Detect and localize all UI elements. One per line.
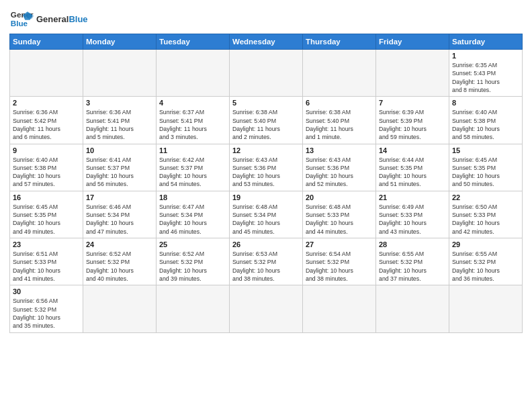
day-info: Sunrise: 6:38 AM Sunset: 5:40 PM Dayligh… <box>306 108 373 141</box>
calendar-cell <box>83 50 157 97</box>
day-info: Sunrise: 6:37 AM Sunset: 5:41 PM Dayligh… <box>159 108 226 141</box>
day-number: 24 <box>86 240 153 248</box>
calendar-cell: 23Sunrise: 6:51 AM Sunset: 5:33 PM Dayli… <box>10 238 83 285</box>
calendar-cell: 24Sunrise: 6:52 AM Sunset: 5:32 PM Dayli… <box>83 238 157 285</box>
day-info: Sunrise: 6:55 AM Sunset: 5:32 PM Dayligh… <box>379 250 446 283</box>
day-number: 11 <box>159 146 226 154</box>
calendar-header-tuesday: Tuesday <box>157 34 230 50</box>
calendar-header-thursday: Thursday <box>303 34 376 50</box>
calendar-cell: 4Sunrise: 6:37 AM Sunset: 5:41 PM Daylig… <box>157 97 230 144</box>
day-info: Sunrise: 6:42 AM Sunset: 5:37 PM Dayligh… <box>159 156 226 189</box>
day-number: 6 <box>306 99 373 107</box>
calendar-week-row: 16Sunrise: 6:45 AM Sunset: 5:35 PM Dayli… <box>10 191 523 238</box>
calendar-header-saturday: Saturday <box>449 34 523 50</box>
calendar-cell: 30Sunrise: 6:56 AM Sunset: 5:32 PM Dayli… <box>10 285 83 332</box>
calendar-week-row: 1Sunrise: 6:35 AM Sunset: 5:43 PM Daylig… <box>10 50 523 97</box>
day-number: 9 <box>13 146 80 154</box>
day-number: 5 <box>232 99 300 107</box>
calendar-cell <box>303 285 376 332</box>
calendar-cell: 7Sunrise: 6:39 AM Sunset: 5:39 PM Daylig… <box>376 97 449 144</box>
day-info: Sunrise: 6:40 AM Sunset: 5:38 PM Dayligh… <box>13 156 80 189</box>
day-number: 22 <box>452 193 519 201</box>
day-info: Sunrise: 6:36 AM Sunset: 5:42 PM Dayligh… <box>13 108 80 141</box>
logo-text: GeneralBlue <box>36 14 88 24</box>
calendar-week-row: 2Sunrise: 6:36 AM Sunset: 5:42 PM Daylig… <box>10 97 523 144</box>
calendar-cell: 20Sunrise: 6:48 AM Sunset: 5:33 PM Dayli… <box>303 191 376 238</box>
calendar-cell <box>83 285 157 332</box>
day-info: Sunrise: 6:43 AM Sunset: 5:36 PM Dayligh… <box>306 156 373 189</box>
calendar-header-monday: Monday <box>83 34 157 50</box>
day-number: 16 <box>13 193 80 201</box>
day-number: 18 <box>159 193 226 201</box>
day-info: Sunrise: 6:48 AM Sunset: 5:34 PM Dayligh… <box>232 203 300 236</box>
day-number: 27 <box>306 240 373 248</box>
calendar-cell: 15Sunrise: 6:45 AM Sunset: 5:35 PM Dayli… <box>449 144 523 191</box>
page: General Blue GeneralBlue SundayMondayTue… <box>0 0 532 337</box>
day-info: Sunrise: 6:43 AM Sunset: 5:36 PM Dayligh… <box>232 156 300 189</box>
day-number: 1 <box>452 52 519 60</box>
day-number: 29 <box>452 240 519 248</box>
calendar-header-wednesday: Wednesday <box>230 34 303 50</box>
calendar-cell: 8Sunrise: 6:40 AM Sunset: 5:38 PM Daylig… <box>449 97 523 144</box>
day-number: 4 <box>159 99 226 107</box>
calendar-cell: 28Sunrise: 6:55 AM Sunset: 5:32 PM Dayli… <box>376 238 449 285</box>
day-number: 8 <box>452 99 519 107</box>
calendar-week-row: 23Sunrise: 6:51 AM Sunset: 5:33 PM Dayli… <box>10 238 523 285</box>
day-number: 20 <box>306 193 373 201</box>
day-info: Sunrise: 6:49 AM Sunset: 5:33 PM Dayligh… <box>379 203 446 236</box>
calendar-cell <box>449 285 523 332</box>
day-info: Sunrise: 6:46 AM Sunset: 5:34 PM Dayligh… <box>86 203 153 236</box>
calendar-table: SundayMondayTuesdayWednesdayThursdayFrid… <box>9 34 523 333</box>
day-number: 13 <box>306 146 373 154</box>
calendar-cell: 14Sunrise: 6:44 AM Sunset: 5:35 PM Dayli… <box>376 144 449 191</box>
calendar-cell: 26Sunrise: 6:53 AM Sunset: 5:32 PM Dayli… <box>230 238 303 285</box>
day-info: Sunrise: 6:56 AM Sunset: 5:32 PM Dayligh… <box>13 297 80 330</box>
day-info: Sunrise: 6:39 AM Sunset: 5:39 PM Dayligh… <box>379 108 446 141</box>
calendar-cell: 29Sunrise: 6:55 AM Sunset: 5:32 PM Dayli… <box>449 238 523 285</box>
calendar-week-row: 9Sunrise: 6:40 AM Sunset: 5:38 PM Daylig… <box>10 144 523 191</box>
day-number: 14 <box>379 146 446 154</box>
calendar-cell <box>376 50 449 97</box>
calendar-cell: 22Sunrise: 6:50 AM Sunset: 5:33 PM Dayli… <box>449 191 523 238</box>
calendar-cell <box>376 285 449 332</box>
calendar-cell: 13Sunrise: 6:43 AM Sunset: 5:36 PM Dayli… <box>303 144 376 191</box>
day-info: Sunrise: 6:44 AM Sunset: 5:35 PM Dayligh… <box>379 156 446 189</box>
calendar-cell: 9Sunrise: 6:40 AM Sunset: 5:38 PM Daylig… <box>10 144 83 191</box>
day-number: 26 <box>232 240 300 248</box>
calendar-cell: 1Sunrise: 6:35 AM Sunset: 5:43 PM Daylig… <box>449 50 523 97</box>
day-info: Sunrise: 6:52 AM Sunset: 5:32 PM Dayligh… <box>86 250 153 283</box>
day-info: Sunrise: 6:47 AM Sunset: 5:34 PM Dayligh… <box>159 203 226 236</box>
calendar-cell <box>10 50 83 97</box>
calendar-cell: 2Sunrise: 6:36 AM Sunset: 5:42 PM Daylig… <box>10 97 83 144</box>
day-number: 12 <box>232 146 300 154</box>
calendar-cell: 19Sunrise: 6:48 AM Sunset: 5:34 PM Dayli… <box>230 191 303 238</box>
day-info: Sunrise: 6:40 AM Sunset: 5:38 PM Dayligh… <box>452 108 519 141</box>
day-number: 7 <box>379 99 446 107</box>
calendar-cell: 17Sunrise: 6:46 AM Sunset: 5:34 PM Dayli… <box>83 191 157 238</box>
logo: General Blue GeneralBlue <box>9 7 88 31</box>
day-number: 23 <box>13 240 80 248</box>
day-number: 10 <box>86 146 153 154</box>
day-info: Sunrise: 6:53 AM Sunset: 5:32 PM Dayligh… <box>232 250 300 283</box>
day-info: Sunrise: 6:48 AM Sunset: 5:33 PM Dayligh… <box>306 203 373 236</box>
day-info: Sunrise: 6:36 AM Sunset: 5:41 PM Dayligh… <box>86 108 153 141</box>
day-info: Sunrise: 6:38 AM Sunset: 5:40 PM Dayligh… <box>232 108 300 141</box>
calendar-cell: 25Sunrise: 6:52 AM Sunset: 5:32 PM Dayli… <box>157 238 230 285</box>
calendar-cell: 16Sunrise: 6:45 AM Sunset: 5:35 PM Dayli… <box>10 191 83 238</box>
day-info: Sunrise: 6:45 AM Sunset: 5:35 PM Dayligh… <box>452 156 519 189</box>
calendar-week-row: 30Sunrise: 6:56 AM Sunset: 5:32 PM Dayli… <box>10 285 523 332</box>
day-number: 3 <box>86 99 153 107</box>
day-info: Sunrise: 6:51 AM Sunset: 5:33 PM Dayligh… <box>13 250 80 283</box>
day-info: Sunrise: 6:41 AM Sunset: 5:37 PM Dayligh… <box>86 156 153 189</box>
calendar-cell <box>157 285 230 332</box>
day-number: 25 <box>159 240 226 248</box>
header: General Blue GeneralBlue <box>9 7 523 31</box>
day-number: 15 <box>452 146 519 154</box>
day-number: 17 <box>86 193 153 201</box>
calendar-cell: 12Sunrise: 6:43 AM Sunset: 5:36 PM Dayli… <box>230 144 303 191</box>
calendar-cell <box>230 50 303 97</box>
calendar-cell: 10Sunrise: 6:41 AM Sunset: 5:37 PM Dayli… <box>83 144 157 191</box>
calendar-cell: 27Sunrise: 6:54 AM Sunset: 5:32 PM Dayli… <box>303 238 376 285</box>
generalblue-logo-icon: General Blue <box>9 7 34 31</box>
day-info: Sunrise: 6:52 AM Sunset: 5:32 PM Dayligh… <box>159 250 226 283</box>
